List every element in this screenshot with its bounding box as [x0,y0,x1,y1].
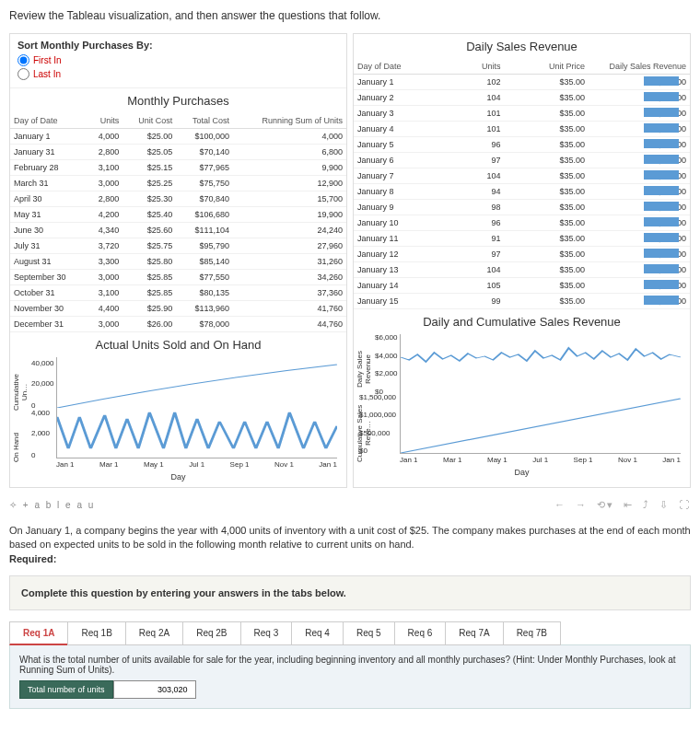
tableau-footer: ✧ + a b l e a u ← → ⟲▾ ⇤ ⤴ ⇩ ⛶ [9,495,691,515]
question-panel: What is the total number of units availa… [9,644,691,709]
col-daily-date: Day of Date [354,59,453,75]
tab-req-2a[interactable]: Req 2A [125,621,183,645]
daily-rev-panel: $6,000 $4,000 $2,000 $0 [400,334,681,394]
radio-first-in-label: First In [33,55,62,65]
home-icon[interactable]: ⇤ [624,499,634,511]
table-row: June 304,340$25.60$111,10424,240 [10,223,346,238]
table-row: February 283,100$25.15$77,9659,900 [10,160,346,176]
radio-last-in-label: Last In [33,69,61,79]
undo-icon[interactable]: ← [554,499,566,511]
x-axis-label: Day [10,472,346,482]
table-row: January 7104$35.00$3,640.00 [354,168,690,184]
table-row: January 3101$35.00$3,535.00 [354,106,690,122]
redo-icon[interactable]: → [576,499,588,511]
tab-req-4[interactable]: Req 4 [291,621,344,645]
page-instruction: Review the Tableau visualization, and th… [9,9,691,22]
col-total-cost: Total Cost [176,113,233,129]
col-daily-price: Unit Price [505,59,589,75]
onhand-panel: 4,000 2,000 0 [56,408,337,458]
table-row: January 596$35.00$3,360.00 [354,137,690,153]
radio-last-in-input[interactable] [18,68,29,80]
sort-controls: Sort Monthly Purchases By: First In Last… [10,34,346,88]
complete-instruction: Complete this question by entering your … [9,575,691,610]
answer-label: Total number of units [19,680,113,699]
download-icon[interactable]: ⇩ [659,499,670,511]
table-row: January 1297$35.00$3,395.00 [354,247,690,262]
tab-req-7a[interactable]: Req 7A [445,621,503,645]
req-tabs: Req 1AReq 1BReq 2AReq 2BReq 3Req 4Req 5R… [9,621,691,645]
table-row: December 313,000$26.00$78,00044,760 [10,317,346,332]
table-row: January 1599$35.00$3,465.00 [354,294,690,309]
tab-req-1a[interactable]: Req 1A [9,621,68,645]
cum-chart-title: Daily and Cumulative Sales Revenue [354,309,690,334]
table-row: August 313,300$25.80$85,14031,260 [10,254,346,270]
table-row: January 697$35.00$3,395.00 [354,153,690,168]
tab-req-6[interactable]: Req 6 [394,621,447,645]
col-units: Units [87,113,122,129]
radio-first-in[interactable]: First In [18,54,339,66]
monthly-table: Day of Date Units Unit Cost Total Cost R… [10,113,346,332]
table-row: January 998$35.00$3,430.00 [354,200,690,215]
table-row: January 14105$35.00$3,675.00 [354,278,690,294]
y-axis-cumulative: Cumulative Un… [12,366,29,417]
daily-title: Daily Sales Revenue [354,34,690,59]
tab-req-5[interactable]: Req 5 [343,621,395,645]
y-axis-onhand: On Hand [12,422,20,472]
table-row: January 1102$35.00$3,570.00 [354,75,690,90]
fullscreen-icon[interactable]: ⛶ [679,499,691,511]
sort-title: Sort Monthly Purchases By: [18,40,339,51]
tableau-logo: ✧ + a b l e a u [9,500,95,510]
table-row: January 1191$35.00$3,185.00 [354,231,690,247]
actual-chart-title: Actual Units Sold and On Hand [10,332,346,357]
table-row: January 14,000$25.00$100,0004,000 [10,129,346,145]
col-daily-units: Units [453,59,504,75]
x-axis-label-right: Day [354,468,690,477]
tab-req-1b[interactable]: Req 1B [67,621,125,645]
y-axis-daily-rev: Daily Sales Revenue [356,339,372,399]
table-row: March 313,000$25.25$75,75012,900 [10,176,346,191]
table-row: January 4101$35.00$3,535.00 [354,122,690,137]
cumulative-units-panel: 40,000 20,000 0 [56,357,337,408]
required-label: Required: [9,553,56,564]
table-row: January 894$35.00$3,290.00 [354,184,690,200]
table-row: October 313,100$25.85$80,13537,360 [10,285,346,301]
tableau-viz: Sort Monthly Purchases By: First In Last… [9,33,691,488]
cum-chart[interactable]: Daily Sales Revenue $6,000 $4,000 $2,000… [354,334,690,482]
table-row: January 13104$35.00$3,640.00 [354,262,690,278]
radio-first-in-input[interactable] [18,54,29,66]
col-unit-cost: Unit Cost [122,113,176,129]
table-row: January 1096$35.00$3,360.00 [354,215,690,231]
table-row: September 303,000$25.85$77,55034,260 [10,270,346,285]
table-row: January 2104$35.00$3,640.00 [354,90,690,106]
scenario-description: On January 1, a company begins the year … [9,524,691,566]
answer-input[interactable] [113,680,196,699]
radio-last-in[interactable]: Last In [18,68,339,80]
table-row: May 314,200$25.40$106,68019,900 [10,207,346,223]
share-icon[interactable]: ⤴ [643,499,650,511]
cum-rev-panel: $1,500,000 $1,000,000 $500,000 $0 [400,394,681,454]
col-daily-rev: Daily Sales Revenue [589,59,690,75]
table-row: November 304,400$25.90$113,96041,760 [10,301,346,317]
table-row: April 302,800$25.30$70,84015,700 [10,191,346,207]
tab-req-2b[interactable]: Req 2B [182,621,240,645]
tab-req-7b[interactable]: Req 7B [503,621,561,645]
tab-req-3[interactable]: Req 3 [240,621,293,645]
table-row: July 313,720$25.75$95,79027,960 [10,238,346,254]
question-text: What is the total number of units availa… [19,655,681,675]
col-date: Day of Date [10,113,87,129]
table-row: January 312,800$25.05$70,1406,800 [10,145,346,160]
monthly-title: Monthly Purchases [10,88,346,113]
col-running: Running Sum of Units [233,113,346,129]
actual-chart[interactable]: Cumulative Un… 40,000 20,000 0 On Hand 4… [10,357,346,487]
revert-icon[interactable]: ⟲▾ [597,499,614,511]
daily-table: Day of Date Units Unit Price Daily Sales… [354,59,690,309]
